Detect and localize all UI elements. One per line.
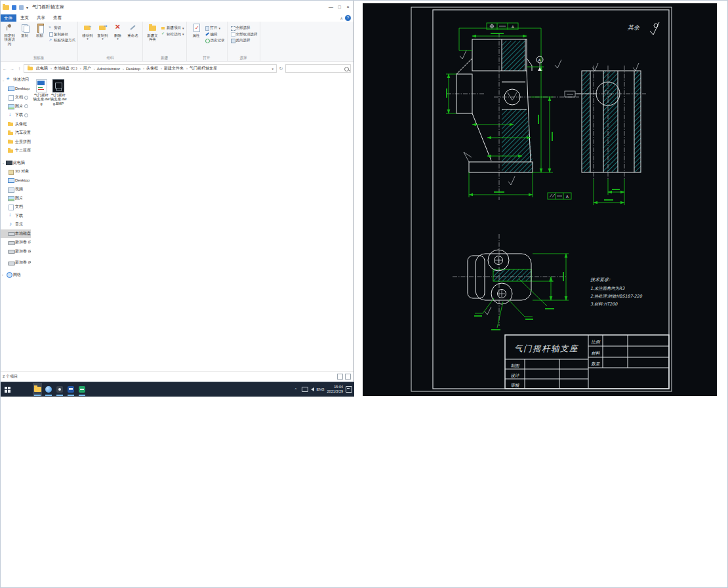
pin-to-quick-access-button[interactable]: 固定到快速访问: [3, 23, 16, 46]
details-view-icon[interactable]: [337, 374, 343, 380]
breadcrumb[interactable]: 此电脑 本地磁盘 (C:) 用户 Administrator Desktop 头…: [24, 64, 277, 73]
select-all-button[interactable]: 全部选择: [231, 26, 258, 30]
thumbnails-view-icon[interactable]: [345, 374, 351, 380]
copy-path-button[interactable]: 复制路径: [49, 32, 75, 37]
customize-toolbar-icon[interactable]: ▾: [26, 5, 28, 10]
close-button[interactable]: ×: [344, 0, 352, 14]
search-input[interactable]: [286, 65, 350, 72]
group-label-organize: 组织: [78, 56, 142, 60]
tray-chevron-icon[interactable]: ^: [295, 387, 299, 391]
select-none-button[interactable]: 全部取消选择: [231, 32, 258, 37]
display-tray-icon[interactable]: [302, 387, 308, 392]
edit-button[interactable]: 编辑: [205, 32, 225, 37]
copy-button[interactable]: 复制: [18, 23, 31, 37]
sidebar-item-folder-3[interactable]: 全景拼图: [0, 138, 31, 147]
sidebar-this-pc[interactable]: ⌄此电脑: [0, 159, 31, 168]
taskbar-app-3[interactable]: [55, 383, 64, 396]
sidebar-item-local-disk-c[interactable]: 本地磁盘 (C:): [0, 229, 31, 239]
roughness-mark: [555, 60, 561, 68]
refresh-button[interactable]: ↻: [278, 66, 284, 71]
breadcrumb-c-drive[interactable]: 本地磁盘 (C:): [49, 66, 79, 71]
input-language[interactable]: ENG: [317, 387, 325, 391]
breadcrumb-administrator[interactable]: Administrator: [92, 67, 121, 71]
checked-label: 审核: [511, 383, 521, 388]
sidebar-item-pc-desktop[interactable]: Desktop: [0, 176, 31, 186]
datum-flag: A: [536, 56, 543, 71]
file-item-dwg[interactable]: 气门摇杆轴支座.dwg: [33, 79, 50, 106]
start-button[interactable]: [0, 382, 14, 397]
folder-icon: [8, 130, 14, 136]
back-button[interactable]: ←: [2, 66, 8, 71]
sidebar-item-videos[interactable]: 视频: [0, 185, 31, 194]
sidebar-item-downloads[interactable]: 下载: [0, 111, 31, 120]
pin-icon: [5, 23, 14, 33]
open-button[interactable]: 打开: [205, 26, 225, 30]
svg-text:1.未注圆角均为R3: 1.未注圆角均为R3: [590, 286, 625, 290]
address-dropdown-icon[interactable]: ▾: [270, 67, 275, 71]
action-center-icon[interactable]: [346, 386, 352, 393]
help-icon[interactable]: ?: [345, 15, 351, 21]
up-button[interactable]: ↑: [16, 66, 22, 71]
sidebar-item-desktop[interactable]: Desktop: [0, 85, 31, 94]
maximize-button[interactable]: □: [335, 0, 344, 14]
minimize-button[interactable]: —: [327, 0, 335, 14]
cut-button[interactable]: 剪切: [49, 26, 75, 30]
sidebar-item-volume-f[interactable]: 新加卷 (F:): [0, 258, 31, 267]
history-button[interactable]: 历史记录: [205, 38, 225, 43]
bmp-file-icon: [52, 79, 64, 92]
quick-access-toolbar-icon[interactable]: [12, 5, 16, 10]
sidebar-item-volume-d[interactable]: 新加卷 (D:): [0, 238, 31, 247]
taskbar-app-5[interactable]: [77, 383, 87, 396]
paste-shortcut-button[interactable]: 粘贴快捷方式: [49, 38, 75, 43]
breadcrumb-folder[interactable]: 头像框: [142, 66, 159, 71]
taskbar-app-4[interactable]: [66, 383, 75, 396]
sidebar-item-folder-2[interactable]: 汽车设置机全部: [0, 128, 31, 138]
taskbar-browser[interactable]: [44, 383, 53, 396]
tab-view[interactable]: 查看: [49, 14, 66, 22]
breadcrumb-users[interactable]: 用户: [79, 66, 92, 71]
breadcrumb-desktop[interactable]: Desktop: [121, 67, 142, 71]
forward-button[interactable]: →: [9, 66, 15, 71]
file-item-bmp[interactable]: 气门摇杆轴支座.dwg.BMP: [50, 79, 67, 106]
taskbar-file-explorer[interactable]: [33, 383, 42, 396]
file-explorer-window: ▾ 气门摇杆轴支座 — □ × 文件 主页 共享 查看 ∧ ? 固定到快速访问 …: [0, 0, 354, 382]
new-item-icon: [161, 26, 165, 30]
sidebar-item-folder-4[interactable]: 十二星座字体: [0, 146, 31, 155]
sidebar-item-volume-e[interactable]: 新加卷 (E:): [0, 247, 31, 256]
sidebar-item-3d-objects[interactable]: 3D 对象: [0, 167, 31, 176]
svg-text:A: A: [566, 195, 569, 199]
properties-button[interactable]: 属性: [190, 23, 203, 37]
tab-home[interactable]: 主页: [16, 14, 33, 22]
sidebar-item-documents[interactable]: 文档: [0, 93, 31, 102]
breadcrumb-new-folder[interactable]: 新建文件夹: [159, 66, 185, 71]
tab-share[interactable]: 共享: [33, 14, 49, 22]
easy-access-button[interactable]: 轻松访问: [161, 32, 184, 37]
sidebar-network[interactable]: ›网络: [0, 271, 31, 280]
rename-button[interactable]: 重命名: [126, 23, 140, 37]
volume-icon[interactable]: [311, 387, 314, 391]
delete-button[interactable]: 删除: [111, 23, 125, 41]
collapse-ribbon-icon[interactable]: ∧: [340, 16, 343, 20]
taskbar-clock[interactable]: 15:04 2021/3/29: [327, 385, 343, 394]
sidebar-item-pc-downloads[interactable]: 下载: [0, 212, 31, 221]
sidebar-item-pc-documents[interactable]: 文档: [0, 203, 31, 212]
sidebar-item-folder-1[interactable]: 头像框: [0, 120, 31, 129]
new-folder-button[interactable]: 新建文件夹: [146, 23, 159, 42]
copy-icon: [20, 23, 30, 33]
copy-to-button[interactable]: 复制到: [96, 23, 110, 41]
tab-file[interactable]: 文件: [0, 14, 16, 22]
breadcrumb-current[interactable]: 气门摇杆轴支座: [185, 66, 218, 71]
sidebar-item-pc-pictures[interactable]: 图片: [0, 194, 31, 203]
technical-requirements: 技术要求: 1.未注圆角均为R3 2.热处理:时效HBS187-220 3.材料…: [590, 277, 643, 306]
sidebar-item-music[interactable]: 音乐: [0, 220, 31, 229]
invert-selection-button[interactable]: 反向选择: [231, 38, 258, 43]
move-to-button[interactable]: 移动到: [81, 23, 94, 41]
taskbar: ^ ENG 15:04 2021/3/29: [0, 382, 354, 397]
quick-access-toolbar-icon-2[interactable]: [19, 5, 24, 10]
hatch-area: [502, 109, 533, 172]
new-item-button[interactable]: 新建项目: [161, 26, 184, 30]
breadcrumb-this-pc[interactable]: 此电脑: [35, 66, 49, 71]
paste-button[interactable]: 粘贴: [33, 23, 47, 37]
sidebar-item-pictures[interactable]: 图片: [0, 102, 31, 111]
sidebar-quick-access[interactable]: ⌄快速访问: [0, 75, 31, 85]
